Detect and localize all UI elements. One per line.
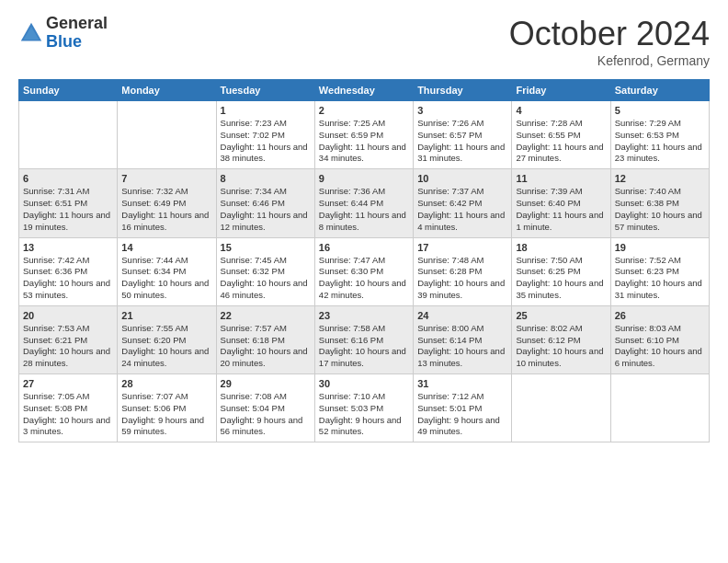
day-info: Sunrise: 7:50 AMSunset: 6:25 PMDaylight:… — [516, 255, 606, 302]
day-number: 19 — [615, 242, 705, 253]
day-info: Sunrise: 7:48 AMSunset: 6:28 PMDaylight:… — [417, 255, 507, 302]
day-info: Sunrise: 7:42 AMSunset: 6:36 PMDaylight:… — [23, 255, 113, 302]
day-number: 21 — [121, 310, 211, 321]
day-info: Sunrise: 7:44 AMSunset: 6:34 PMDaylight:… — [121, 255, 211, 302]
logo-text: General Blue — [46, 15, 108, 52]
table-row: 14Sunrise: 7:44 AMSunset: 6:34 PMDayligh… — [118, 237, 216, 305]
table-row: 23Sunrise: 7:58 AMSunset: 6:16 PMDayligh… — [314, 305, 413, 373]
table-row: 8Sunrise: 7:34 AMSunset: 6:46 PMDaylight… — [216, 169, 314, 237]
day-number: 14 — [121, 242, 211, 253]
logo-general: General — [46, 15, 108, 33]
calendar-header-row: Sunday Monday Tuesday Wednesday Thursday… — [19, 80, 710, 101]
logo: General Blue — [18, 15, 108, 52]
day-number: 29 — [221, 378, 311, 389]
day-info: Sunrise: 7:29 AMSunset: 6:53 PMDaylight:… — [615, 118, 705, 165]
day-info: Sunrise: 7:10 AMSunset: 5:03 PMDaylight:… — [319, 391, 409, 438]
day-info: Sunrise: 7:39 AMSunset: 6:40 PMDaylight:… — [516, 186, 606, 233]
calendar-week-row: 1Sunrise: 7:23 AMSunset: 7:02 PMDaylight… — [19, 101, 710, 169]
day-number: 18 — [516, 242, 606, 253]
day-number: 23 — [319, 310, 409, 321]
table-row: 12Sunrise: 7:40 AMSunset: 6:38 PMDayligh… — [610, 169, 709, 237]
table-row — [610, 374, 709, 442]
day-number: 15 — [221, 242, 311, 253]
day-number: 8 — [221, 173, 311, 184]
table-row: 18Sunrise: 7:50 AMSunset: 6:25 PMDayligh… — [512, 237, 610, 305]
table-row: 27Sunrise: 7:05 AMSunset: 5:08 PMDayligh… — [19, 374, 118, 442]
day-info: Sunrise: 7:55 AMSunset: 6:20 PMDaylight:… — [121, 323, 211, 370]
day-info: Sunrise: 7:32 AMSunset: 6:49 PMDaylight:… — [121, 186, 211, 233]
day-number: 26 — [615, 310, 705, 321]
calendar-week-row: 27Sunrise: 7:05 AMSunset: 5:08 PMDayligh… — [19, 374, 710, 442]
day-number: 5 — [615, 105, 705, 116]
table-row: 25Sunrise: 8:02 AMSunset: 6:12 PMDayligh… — [512, 305, 610, 373]
day-info: Sunrise: 7:28 AMSunset: 6:55 PMDaylight:… — [516, 118, 606, 165]
day-number: 7 — [121, 173, 211, 184]
logo-blue: Blue — [46, 33, 108, 52]
location: Kefenrod, Germany — [509, 53, 710, 68]
table-row: 22Sunrise: 7:57 AMSunset: 6:18 PMDayligh… — [216, 305, 314, 373]
day-info: Sunrise: 7:31 AMSunset: 6:51 PMDaylight:… — [23, 186, 113, 233]
day-number: 9 — [319, 173, 409, 184]
header: General Blue October 2024 Kefenrod, Germ… — [18, 15, 710, 68]
table-row: 21Sunrise: 7:55 AMSunset: 6:20 PMDayligh… — [118, 305, 216, 373]
day-info: Sunrise: 7:12 AMSunset: 5:01 PMDaylight:… — [417, 391, 507, 438]
table-row: 19Sunrise: 7:52 AMSunset: 6:23 PMDayligh… — [610, 237, 709, 305]
day-number: 6 — [23, 173, 113, 184]
table-row: 16Sunrise: 7:47 AMSunset: 6:30 PMDayligh… — [314, 237, 413, 305]
day-number: 24 — [417, 310, 507, 321]
table-row: 24Sunrise: 8:00 AMSunset: 6:14 PMDayligh… — [414, 305, 512, 373]
col-friday: Friday — [512, 80, 610, 101]
day-info: Sunrise: 7:25 AMSunset: 6:59 PMDaylight:… — [319, 118, 409, 165]
col-tuesday: Tuesday — [216, 80, 314, 101]
day-info: Sunrise: 7:53 AMSunset: 6:21 PMDaylight:… — [23, 323, 113, 370]
table-row: 6Sunrise: 7:31 AMSunset: 6:51 PMDaylight… — [19, 169, 118, 237]
day-info: Sunrise: 7:40 AMSunset: 6:38 PMDaylight:… — [615, 186, 705, 233]
day-number: 4 — [516, 105, 606, 116]
day-number: 22 — [221, 310, 311, 321]
col-thursday: Thursday — [414, 80, 512, 101]
table-row: 31Sunrise: 7:12 AMSunset: 5:01 PMDayligh… — [414, 374, 512, 442]
col-monday: Monday — [118, 80, 216, 101]
calendar-week-row: 20Sunrise: 7:53 AMSunset: 6:21 PMDayligh… — [19, 305, 710, 373]
table-row: 9Sunrise: 7:36 AMSunset: 6:44 PMDaylight… — [314, 169, 413, 237]
table-row: 7Sunrise: 7:32 AMSunset: 6:49 PMDaylight… — [118, 169, 216, 237]
title-block: October 2024 Kefenrod, Germany — [509, 15, 710, 68]
page: General Blue October 2024 Kefenrod, Germ… — [0, 0, 728, 457]
table-row: 26Sunrise: 8:03 AMSunset: 6:10 PMDayligh… — [610, 305, 709, 373]
day-info: Sunrise: 8:02 AMSunset: 6:12 PMDaylight:… — [516, 323, 606, 370]
day-info: Sunrise: 8:03 AMSunset: 6:10 PMDaylight:… — [615, 323, 705, 370]
table-row: 28Sunrise: 7:07 AMSunset: 5:06 PMDayligh… — [118, 374, 216, 442]
day-info: Sunrise: 7:58 AMSunset: 6:16 PMDaylight:… — [319, 323, 409, 370]
day-info: Sunrise: 7:07 AMSunset: 5:06 PMDaylight:… — [121, 391, 211, 438]
day-info: Sunrise: 7:45 AMSunset: 6:32 PMDaylight:… — [221, 255, 311, 302]
day-number: 28 — [121, 378, 211, 389]
day-number: 13 — [23, 242, 113, 253]
table-row: 5Sunrise: 7:29 AMSunset: 6:53 PMDaylight… — [610, 101, 709, 169]
day-number: 27 — [23, 378, 113, 389]
day-info: Sunrise: 8:00 AMSunset: 6:14 PMDaylight:… — [417, 323, 507, 370]
day-number: 16 — [319, 242, 409, 253]
table-row: 10Sunrise: 7:37 AMSunset: 6:42 PMDayligh… — [414, 169, 512, 237]
day-number: 25 — [516, 310, 606, 321]
day-number: 20 — [23, 310, 113, 321]
day-info: Sunrise: 7:34 AMSunset: 6:46 PMDaylight:… — [221, 186, 311, 233]
day-number: 30 — [319, 378, 409, 389]
day-number: 17 — [417, 242, 507, 253]
table-row: 4Sunrise: 7:28 AMSunset: 6:55 PMDaylight… — [512, 101, 610, 169]
table-row — [118, 101, 216, 169]
day-number: 11 — [516, 173, 606, 184]
day-number: 2 — [319, 105, 409, 116]
day-info: Sunrise: 7:57 AMSunset: 6:18 PMDaylight:… — [221, 323, 311, 370]
calendar-table: Sunday Monday Tuesday Wednesday Thursday… — [18, 79, 710, 442]
month-title: October 2024 — [509, 15, 710, 53]
day-number: 12 — [615, 173, 705, 184]
table-row: 1Sunrise: 7:23 AMSunset: 7:02 PMDaylight… — [216, 101, 314, 169]
col-sunday: Sunday — [19, 80, 118, 101]
day-info: Sunrise: 7:23 AMSunset: 7:02 PMDaylight:… — [221, 118, 311, 165]
day-info: Sunrise: 7:36 AMSunset: 6:44 PMDaylight:… — [319, 186, 409, 233]
table-row — [19, 101, 118, 169]
day-number: 10 — [417, 173, 507, 184]
table-row: 13Sunrise: 7:42 AMSunset: 6:36 PMDayligh… — [19, 237, 118, 305]
calendar-week-row: 13Sunrise: 7:42 AMSunset: 6:36 PMDayligh… — [19, 237, 710, 305]
col-wednesday: Wednesday — [314, 80, 413, 101]
